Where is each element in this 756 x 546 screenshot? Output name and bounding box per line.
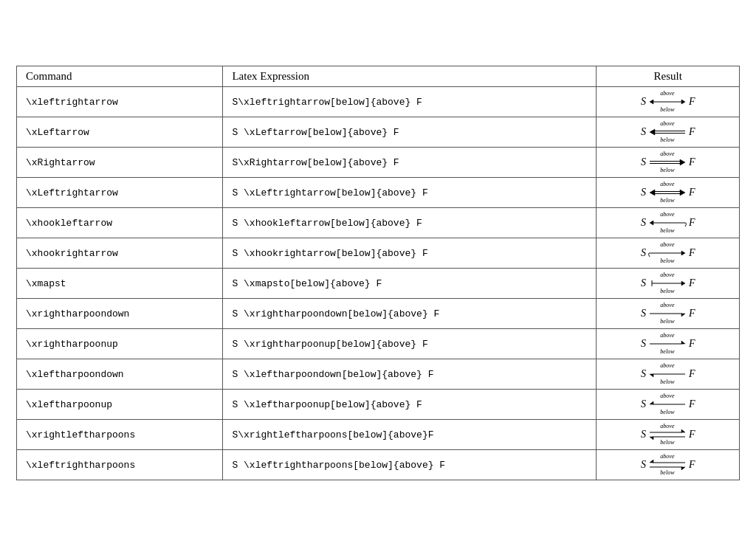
result-cell: SabovebelowF <box>597 420 740 450</box>
table-row: \xhookrightarrowS \xhookrightarrow[below… <box>17 238 740 269</box>
result-cell: SabovebelowF <box>597 269 740 299</box>
above-label: above <box>660 393 674 399</box>
result-cell: SabovebelowF <box>597 299 740 329</box>
table-row: \xleftharpoondownS \xleftharpoondown[bel… <box>17 359 740 390</box>
f-variable: F <box>689 338 695 350</box>
expression-cell: S \xhookleftarrow[below]{above} F <box>223 208 597 238</box>
result-cell: SabovebelowF <box>597 178 740 208</box>
below-label: below <box>660 228 674 234</box>
below-label: below <box>660 258 674 264</box>
below-label: below <box>660 319 674 325</box>
below-label: below <box>660 440 674 446</box>
expression-cell: S \xleftharpoonup[below]{above} F <box>223 390 597 420</box>
below-label: below <box>660 107 674 113</box>
expression-cell: S \xhookrightarrow[below]{above} F <box>223 238 597 269</box>
command-cell: \xleftharpoonup <box>17 390 223 420</box>
below-label: below <box>660 349 674 355</box>
command-cell: \xhookleftarrow <box>17 208 223 238</box>
f-variable: F <box>689 277 695 289</box>
col-header-result: Result <box>597 66 740 87</box>
result-cell: SabovebelowF <box>597 238 740 269</box>
f-variable: F <box>689 217 695 229</box>
s-variable: S <box>641 398 646 410</box>
above-label: above <box>660 303 674 308</box>
result-cell: SabovebelowF <box>597 208 740 238</box>
result-cell: SabovebelowF <box>597 87 740 117</box>
s-variable: S <box>641 247 646 259</box>
above-label: above <box>660 333 674 339</box>
s-variable: S <box>641 459 646 471</box>
result-cell: SabovebelowF <box>597 390 740 420</box>
above-label: above <box>660 363 674 369</box>
below-label: below <box>660 137 674 143</box>
below-label: below <box>660 410 674 415</box>
table-row: \xLeftrightarrowS \xLeftrightarrow[below… <box>17 178 740 208</box>
above-label: above <box>660 121 674 127</box>
command-cell: \xleftharpoondown <box>17 359 223 390</box>
f-variable: F <box>689 156 695 168</box>
f-variable: F <box>689 429 695 440</box>
table-row: \xrightharpoondownS \xrightharpoondown[b… <box>17 299 740 329</box>
below-label: below <box>660 167 674 173</box>
latex-commands-table: Command Latex Expression Result \xleftri… <box>16 66 740 480</box>
expression-cell: S \xleftharpoondown[below]{above} F <box>223 359 597 390</box>
above-label: above <box>660 454 674 460</box>
command-cell: \xrightharpoondown <box>17 299 223 329</box>
col-header-command: Command <box>17 66 223 87</box>
command-cell: \xLeftarrow <box>17 117 223 148</box>
command-cell: \xleftrightarrow <box>17 87 223 117</box>
below-label: below <box>660 470 674 476</box>
result-cell: SabovebelowF <box>597 117 740 148</box>
s-variable: S <box>641 217 646 229</box>
result-cell: SabovebelowF <box>597 450 740 480</box>
command-cell: \xmapst <box>17 269 223 299</box>
above-label: above <box>660 272 674 278</box>
s-variable: S <box>641 338 646 350</box>
expression-cell: S\xRightarrow[below]{above} F <box>223 148 597 178</box>
command-cell: \xRightarrow <box>17 148 223 178</box>
f-variable: F <box>689 398 695 410</box>
above-label: above <box>660 182 674 187</box>
f-variable: F <box>689 308 695 319</box>
table-row: \xLeftarrowS \xLeftarrow[below]{above} F… <box>17 117 740 148</box>
f-variable: F <box>689 368 695 380</box>
expression-cell: S\xleftrightarrow[below]{above} F <box>223 87 597 117</box>
f-variable: F <box>689 126 695 138</box>
below-label: below <box>660 379 674 385</box>
expression-cell: S \xrightharpoondown[below]{above} F <box>223 299 597 329</box>
above-label: above <box>660 151 674 157</box>
s-variable: S <box>641 429 646 440</box>
table-row: \xmapstS \xmapsto[below]{above} FSaboveb… <box>17 269 740 299</box>
f-variable: F <box>689 96 695 108</box>
table-row: \xleftrightarrowS\xleftrightarrow[below]… <box>17 87 740 117</box>
s-variable: S <box>641 96 646 108</box>
command-cell: \xhookrightarrow <box>17 238 223 269</box>
table-row: \xhookleftarrowS \xhookleftarrow[below]{… <box>17 208 740 238</box>
table-row: \xleftrightharpoonsS \xleftrightharpoons… <box>17 450 740 480</box>
command-cell: \xrightleftharpoons <box>17 420 223 450</box>
col-header-expression: Latex Expression <box>223 66 597 87</box>
below-label: below <box>660 198 674 204</box>
result-cell: SabovebelowF <box>597 359 740 390</box>
s-variable: S <box>641 187 646 198</box>
result-cell: SabovebelowF <box>597 329 740 359</box>
s-variable: S <box>641 126 646 138</box>
s-variable: S <box>641 277 646 289</box>
expression-cell: S \xLeftrightarrow[below]{above} F <box>223 178 597 208</box>
expression-cell: S\xrightleftharpoons[below]{above}F <box>223 420 597 450</box>
s-variable: S <box>641 368 646 380</box>
expression-cell: S \xmapsto[below]{above} F <box>223 269 597 299</box>
table-row: \xrightleftharpoonsS\xrightleftharpoons[… <box>17 420 740 450</box>
command-cell: \xrightharpoonup <box>17 329 223 359</box>
expression-cell: S \xrightharpoonup[below]{above} F <box>223 329 597 359</box>
above-label: above <box>660 212 674 218</box>
s-variable: S <box>641 308 646 319</box>
expression-cell: S \xleftrightharpoons[below]{above} F <box>223 450 597 480</box>
command-cell: \xleftrightharpoons <box>17 450 223 480</box>
above-label: above <box>660 91 674 97</box>
f-variable: F <box>689 247 695 259</box>
s-variable: S <box>641 156 646 168</box>
command-cell: \xLeftrightarrow <box>17 178 223 208</box>
table-row: \xRightarrowS\xRightarrow[below]{above} … <box>17 148 740 178</box>
above-label: above <box>660 424 674 429</box>
